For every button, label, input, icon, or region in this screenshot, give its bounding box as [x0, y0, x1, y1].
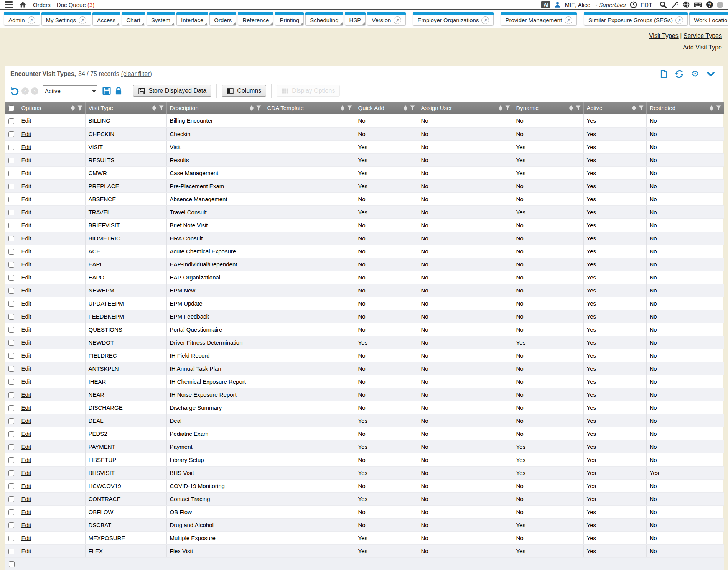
edit-link[interactable]: Edit — [21, 522, 31, 528]
edit-link[interactable]: Edit — [21, 457, 31, 463]
sort-icon[interactable] — [152, 105, 156, 111]
tab-interface[interactable]: Interface — [176, 12, 208, 26]
column-header-assign-user[interactable]: Assign User — [418, 102, 513, 114]
tab-hsp[interactable]: HSP — [345, 12, 366, 26]
edit-link[interactable]: Edit — [21, 300, 31, 307]
status-filter-select[interactable]: Active — [43, 85, 97, 96]
row-checkbox[interactable] — [8, 314, 14, 320]
row-checkbox[interactable] — [8, 483, 14, 489]
filter-funnel-icon[interactable] — [347, 105, 352, 111]
edit-link[interactable]: Edit — [21, 483, 31, 489]
tab-work-locations[interactable]: Work Locations↗ — [689, 12, 728, 26]
row-checkbox[interactable] — [8, 522, 14, 528]
settings-gear-icon[interactable]: ⚙ — [690, 69, 700, 79]
tab-orders[interactable]: Orders — [209, 12, 236, 26]
edit-link[interactable]: Edit — [21, 352, 31, 359]
row-checkbox[interactable] — [8, 549, 14, 554]
edit-link[interactable]: Edit — [21, 261, 31, 268]
filter-funnel-icon[interactable] — [159, 105, 164, 111]
service-types-link[interactable]: Service Types — [684, 33, 722, 39]
help-icon[interactable]: ? — [706, 1, 713, 8]
edit-link[interactable]: Edit — [21, 117, 31, 124]
breadcrumb-doc-queue[interactable]: Doc Queue (3) — [57, 2, 94, 8]
edit-link[interactable]: Edit — [21, 391, 31, 398]
external-link-icon[interactable]: ↗ — [79, 16, 86, 24]
column-header-visit-type[interactable]: Visit Type — [85, 102, 166, 114]
sort-icon[interactable] — [341, 105, 344, 111]
edit-link[interactable]: Edit — [21, 444, 31, 450]
row-checkbox[interactable] — [8, 353, 14, 359]
tab-scheduling[interactable]: Scheduling — [305, 12, 343, 26]
external-link-icon[interactable]: ↗ — [481, 16, 489, 24]
column-header-options[interactable]: Options — [18, 102, 85, 114]
column-header-restricted[interactable]: Restricted — [646, 102, 724, 114]
sort-icon[interactable] — [632, 105, 636, 111]
edit-link[interactable]: Edit — [21, 235, 31, 241]
ai-badge[interactable]: AI — [541, 1, 550, 8]
row-checkbox[interactable] — [8, 431, 14, 437]
external-link-icon[interactable]: ↗ — [28, 16, 35, 24]
edit-link[interactable]: Edit — [21, 365, 31, 372]
sort-icon[interactable] — [404, 105, 407, 111]
edit-link[interactable]: Edit — [21, 157, 31, 163]
row-checkbox[interactable] — [8, 249, 14, 255]
column-header-active[interactable]: Active — [583, 102, 646, 114]
row-checkbox[interactable] — [8, 145, 14, 150]
edit-link[interactable]: Edit — [21, 535, 31, 541]
edit-link[interactable]: Edit — [21, 339, 31, 346]
user-icon[interactable] — [554, 1, 561, 8]
footer-select-checkbox[interactable] — [9, 561, 15, 567]
tab-chart[interactable]: Chart — [122, 12, 145, 26]
row-checkbox[interactable] — [8, 158, 14, 163]
row-checkbox[interactable] — [8, 210, 14, 215]
column-header-quick-add[interactable]: Quick Add — [355, 102, 418, 114]
filter-funnel-icon[interactable] — [505, 105, 510, 111]
store-displayed-data-button[interactable]: Store Displayed Data — [133, 85, 211, 97]
row-checkbox[interactable] — [8, 405, 14, 411]
tab-employer-organizations[interactable]: Employer Organizations↗ — [413, 12, 494, 26]
tab-admin[interactable]: Admin↗ — [4, 12, 40, 26]
tab-printing[interactable]: Printing — [275, 12, 304, 26]
edit-link[interactable]: Edit — [21, 287, 31, 294]
row-checkbox[interactable] — [8, 197, 14, 202]
menu-icon[interactable] — [5, 1, 13, 8]
tab-my-settings[interactable]: My Settings↗ — [41, 12, 91, 26]
lock-icon[interactable] — [114, 86, 123, 95]
filter-funnel-icon[interactable] — [256, 105, 261, 111]
edit-link[interactable]: Edit — [21, 274, 31, 281]
row-checkbox[interactable] — [8, 340, 14, 346]
clock-icon[interactable] — [630, 1, 637, 8]
edit-link[interactable]: Edit — [21, 417, 31, 424]
user-name[interactable]: MIE, Alice — [565, 2, 590, 8]
edit-link[interactable]: Edit — [21, 470, 31, 476]
clear-filter-link[interactable]: (clear filter) — [121, 71, 152, 77]
column-header-description[interactable]: Description — [166, 102, 264, 114]
next-page-icon[interactable]: › — [31, 87, 38, 95]
sort-icon[interactable] — [71, 105, 75, 111]
column-header-cda-template[interactable]: CDA Template — [264, 102, 355, 114]
edit-link[interactable]: Edit — [21, 183, 31, 189]
refresh-icon[interactable] — [675, 69, 684, 79]
sort-icon[interactable] — [250, 105, 254, 111]
row-checkbox[interactable] — [8, 379, 14, 385]
edit-link[interactable]: Edit — [21, 496, 31, 502]
sort-icon[interactable] — [569, 105, 573, 111]
search-icon[interactable] — [659, 1, 667, 9]
row-checkbox[interactable] — [8, 131, 14, 137]
edit-link[interactable]: Edit — [21, 430, 31, 437]
row-checkbox[interactable] — [8, 366, 14, 372]
home-icon[interactable] — [19, 1, 27, 8]
filter-funnel-icon[interactable] — [77, 105, 82, 111]
tab-reference[interactable]: Reference — [238, 12, 273, 26]
row-checkbox[interactable] — [8, 418, 14, 424]
edit-link[interactable]: Edit — [21, 222, 31, 228]
row-checkbox[interactable] — [8, 118, 14, 124]
edit-link[interactable]: Edit — [21, 378, 31, 385]
prev-page-icon[interactable]: ‹ — [21, 87, 29, 95]
edit-link[interactable]: Edit — [21, 248, 31, 255]
edit-link[interactable]: Edit — [21, 326, 31, 333]
row-checkbox[interactable] — [8, 457, 14, 463]
row-checkbox[interactable] — [8, 288, 14, 294]
column-header-dynamic[interactable]: Dynamic — [513, 102, 583, 114]
row-checkbox[interactable] — [8, 536, 14, 541]
